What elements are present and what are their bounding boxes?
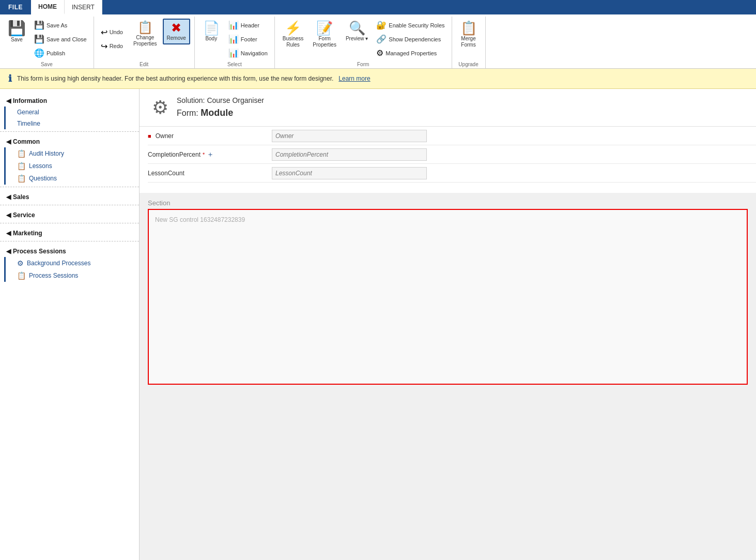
ribbon-group-save: 💾 Save 💾 Save As 💾 Save and Close 🌐 Publ… bbox=[0, 17, 94, 68]
upgrade-group-label: Upgrade bbox=[458, 59, 478, 67]
completion-add-btn[interactable]: ＋ bbox=[207, 150, 214, 159]
audit-history-icon: 📋 bbox=[17, 149, 26, 158]
tab-insert[interactable]: INSERT bbox=[65, 0, 102, 14]
save-button[interactable]: 💾 Save bbox=[4, 19, 29, 46]
undo-label: Undo bbox=[110, 29, 123, 35]
sidebar-section-process-sessions[interactable]: ◀ Process Sessions bbox=[0, 244, 139, 257]
ribbon-group-edit: ↩ Undo ↪ Redo 📋 ChangeProperties ✖ Remov… bbox=[94, 17, 195, 68]
divider-2 bbox=[0, 187, 139, 187]
common-arrow: ◀ bbox=[6, 138, 11, 145]
sidebar-section-common[interactable]: ◀ Common bbox=[0, 134, 139, 147]
field-input-completion-wrapper bbox=[272, 148, 427, 161]
sidebar-section-information[interactable]: ◀ Information bbox=[0, 93, 139, 107]
body-button[interactable]: 📄 Body bbox=[199, 19, 224, 44]
publish-label: Publish bbox=[47, 50, 65, 56]
enable-security-roles-button[interactable]: 🔐 Enable Security Roles bbox=[374, 19, 447, 32]
form-name: Module bbox=[200, 108, 233, 118]
ribbon: 💾 Save 💾 Save As 💾 Save and Close 🌐 Publ… bbox=[0, 14, 756, 69]
field-input-completion[interactable] bbox=[272, 148, 427, 161]
header-label: Header bbox=[241, 22, 259, 28]
body-label: Body bbox=[205, 36, 217, 42]
general-label: General bbox=[17, 109, 39, 116]
process-sessions-label: Process Sessions bbox=[29, 272, 78, 279]
publish-button[interactable]: 🌐 Publish bbox=[32, 47, 89, 59]
redo-button[interactable]: ↪ Redo bbox=[98, 40, 126, 53]
process-sessions-arrow: ◀ bbox=[6, 248, 11, 255]
form-label: Form: bbox=[177, 109, 198, 117]
sidebar-item-general[interactable]: General bbox=[4, 107, 139, 118]
divider-1 bbox=[0, 131, 139, 132]
show-dependencies-button[interactable]: 🔗 Show Dependencies bbox=[374, 33, 447, 46]
tab-home[interactable]: HOME bbox=[31, 0, 65, 14]
questions-label: Questions bbox=[29, 175, 57, 182]
sales-arrow: ◀ bbox=[6, 193, 11, 201]
enable-security-roles-icon: 🔐 bbox=[376, 20, 387, 30]
ribbon-group-select-content: 📄 Body 📊 Header 📊 Footer 📊 Navigation bbox=[199, 19, 270, 59]
enable-security-roles-label: Enable Security Roles bbox=[389, 22, 444, 28]
form-properties-icon: 📝 bbox=[316, 21, 333, 35]
sg-control-area[interactable]: New SG control 1632487232839 bbox=[148, 209, 748, 385]
undo-button[interactable]: ↩ Undo bbox=[98, 26, 126, 39]
business-rules-icon: ⚡ bbox=[285, 21, 301, 35]
merge-forms-button[interactable]: 📋 MergeForms bbox=[456, 19, 481, 51]
learn-more-link[interactable]: Learn more bbox=[338, 75, 370, 82]
redo-icon: ↪ bbox=[101, 41, 107, 51]
form-properties-button[interactable]: 📝 FormProperties bbox=[309, 19, 340, 51]
save-group-label: Save bbox=[41, 59, 53, 67]
merge-forms-icon: 📋 bbox=[460, 21, 477, 35]
change-properties-button[interactable]: 📋 ChangeProperties bbox=[130, 19, 161, 50]
preview-button[interactable]: 🔍 Preview ▾ bbox=[342, 19, 372, 44]
field-label-lessoncount: LessonCount bbox=[148, 165, 272, 181]
sidebar-section-marketing[interactable]: ◀ Marketing bbox=[0, 225, 139, 239]
notification-bar: ℹ This form is using high density header… bbox=[0, 69, 756, 89]
field-input-owner[interactable] bbox=[272, 130, 427, 142]
form-header-text: Solution: Course Organiser Form: Module bbox=[177, 95, 264, 120]
save-as-button[interactable]: 💾 Save As bbox=[32, 19, 89, 32]
service-title: Service bbox=[13, 211, 35, 219]
managed-properties-button[interactable]: ⚙ Managed Properties bbox=[374, 47, 447, 59]
completion-label-text: CompletionPercent bbox=[148, 151, 200, 158]
form-header-icon: ⚙ bbox=[152, 97, 168, 118]
solution-label: Solution: bbox=[177, 96, 205, 104]
section-label: Section bbox=[140, 193, 756, 209]
sidebar-item-timeline[interactable]: Timeline bbox=[4, 118, 139, 129]
background-processes-label: Background Processes bbox=[27, 260, 90, 267]
change-properties-label: ChangeProperties bbox=[133, 35, 157, 47]
navigation-icon: 📊 bbox=[228, 48, 239, 58]
sidebar-item-questions[interactable]: 📋 Questions bbox=[4, 172, 139, 185]
footer-label: Footer bbox=[241, 36, 257, 42]
sidebar-section-sales[interactable]: ◀ Sales bbox=[0, 189, 139, 203]
main-layout: ◀ Information General Timeline ◀ Common … bbox=[0, 89, 756, 560]
header-button[interactable]: 📊 Header bbox=[226, 19, 270, 32]
audit-history-label: Audit History bbox=[29, 150, 64, 157]
content-area: ⚙ Solution: Course Organiser Form: Modul… bbox=[140, 89, 756, 560]
navigation-button[interactable]: 📊 Navigation bbox=[226, 47, 270, 59]
solution-name: Course Organiser bbox=[207, 96, 264, 104]
select-small-col: 📊 Header 📊 Footer 📊 Navigation bbox=[226, 19, 270, 59]
questions-icon: 📋 bbox=[17, 174, 26, 183]
owner-red-dot: ■ bbox=[148, 133, 151, 139]
sidebar-item-lessons[interactable]: 📋 Lessons bbox=[4, 160, 139, 172]
field-row-lessoncount: LessonCount bbox=[148, 164, 756, 183]
form-body: ■ Owner CompletionPercent * ＋ bbox=[140, 127, 756, 193]
preview-icon: 🔍 bbox=[349, 21, 365, 35]
tab-file[interactable]: FILE bbox=[0, 0, 31, 14]
change-properties-icon: 📋 bbox=[137, 21, 153, 34]
sidebar-item-background-processes[interactable]: ⚙ Background Processes bbox=[4, 257, 139, 269]
form-header-solution: Solution: Course Organiser bbox=[177, 95, 264, 106]
marketing-title: Marketing bbox=[13, 230, 42, 237]
business-rules-button[interactable]: ⚡ BusinessRules bbox=[279, 19, 307, 51]
save-close-button[interactable]: 💾 Save and Close bbox=[32, 33, 89, 46]
sidebar-item-audit-history[interactable]: 📋 Audit History bbox=[4, 147, 139, 160]
save-close-label: Save and Close bbox=[47, 36, 87, 42]
sidebar-section-service[interactable]: ◀ Service bbox=[0, 207, 139, 221]
common-title: Common bbox=[13, 138, 40, 145]
sidebar-item-process-sessions[interactable]: 📋 Process Sessions bbox=[4, 269, 139, 282]
footer-button[interactable]: 📊 Footer bbox=[226, 33, 270, 46]
body-icon: 📄 bbox=[203, 21, 220, 35]
save-icon: 💾 bbox=[8, 21, 26, 36]
sidebar: ◀ Information General Timeline ◀ Common … bbox=[0, 89, 140, 560]
form-header-form: Form: Module bbox=[177, 106, 264, 120]
remove-button[interactable]: ✖ Remove bbox=[163, 19, 190, 44]
field-input-lessoncount[interactable] bbox=[272, 167, 427, 179]
